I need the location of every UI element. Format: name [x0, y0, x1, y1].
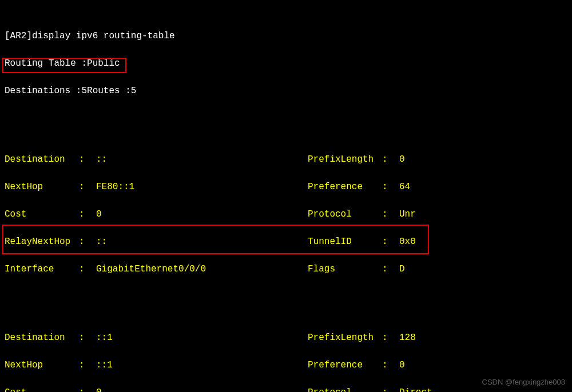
- interface-value: GigabitEthernet0/0/0: [96, 262, 308, 276]
- table-row: NextHop:::1Preference:0: [5, 358, 567, 372]
- watermark-text: CSDN @fengxingzhe008: [482, 377, 565, 388]
- interface-label: Interface: [5, 262, 79, 276]
- protocol-value: Unr: [399, 207, 416, 221]
- flags-value: D: [399, 262, 405, 276]
- preference-label: Preference: [308, 180, 382, 194]
- nexthop-label: NextHop: [5, 180, 79, 194]
- cost-value: 0: [96, 207, 308, 221]
- table-header: Routing Table : Public: [5, 57, 567, 70]
- destination-value: ::: [96, 153, 308, 166]
- blank-line: [5, 290, 567, 303]
- destinations-label: Destinations :: [5, 84, 81, 98]
- terminal-output: [AR2]display ipv6 routing-table Routing …: [0, 0, 572, 392]
- table-row: Destination:::PrefixLength:0: [5, 153, 567, 166]
- prefixlength-label: PrefixLength: [308, 153, 382, 166]
- command-text: display ipv6 routing-table: [32, 29, 175, 43]
- protocol-label: Protocol: [308, 207, 382, 221]
- table-row: Cost:0Protocol:Unr: [5, 207, 567, 221]
- destination-value: ::1: [96, 331, 308, 345]
- tunnelid-value: 0x0: [399, 235, 416, 249]
- nexthop-value: ::1: [96, 358, 308, 372]
- prefixlength-value: 128: [399, 331, 416, 345]
- cost-label: Cost: [5, 207, 79, 221]
- table-row: RelayNextHop:::TunnelID:0x0: [5, 235, 567, 249]
- relaynexthop-value: ::: [96, 235, 308, 249]
- preference-value: 0: [399, 358, 405, 372]
- destination-label: Destination: [5, 153, 79, 166]
- prefixlength-value: 0: [399, 153, 405, 166]
- command-line: [AR2]display ipv6 routing-table: [5, 29, 567, 43]
- cost-label: Cost: [5, 386, 79, 392]
- routes-label: Routes :: [87, 84, 131, 98]
- tunnelid-label: TunnelID: [308, 235, 382, 249]
- blank-line: [5, 111, 567, 125]
- table-row: Destination:::1PrefixLength:128: [5, 331, 567, 345]
- table-row: NextHop:FE80::1Preference:64: [5, 180, 567, 194]
- routes-count: 5: [131, 84, 137, 98]
- nexthop-value: FE80::1: [96, 180, 308, 194]
- protocol-value: Direct: [399, 386, 432, 392]
- preference-value: 64: [399, 180, 410, 194]
- preference-label: Preference: [308, 358, 382, 372]
- summary-line: Destinations : 5 Routes : 5: [5, 84, 567, 98]
- cost-value: 0: [96, 386, 308, 392]
- protocol-label: Protocol: [308, 386, 382, 392]
- routing-table-label: Routing Table :: [5, 57, 87, 70]
- prompt-prefix: [AR2]: [5, 29, 32, 43]
- nexthop-label: NextHop: [5, 358, 79, 372]
- table-row: Interface:GigabitEthernet0/0/0Flags:D: [5, 262, 567, 276]
- destination-label: Destination: [5, 331, 79, 345]
- flags-label: Flags: [308, 262, 382, 276]
- destinations-count: 5: [81, 84, 87, 98]
- routing-table-value: Public: [87, 57, 120, 70]
- relaynexthop-label: RelayNextHop: [5, 235, 79, 249]
- prefixlength-label: PrefixLength: [308, 331, 382, 345]
